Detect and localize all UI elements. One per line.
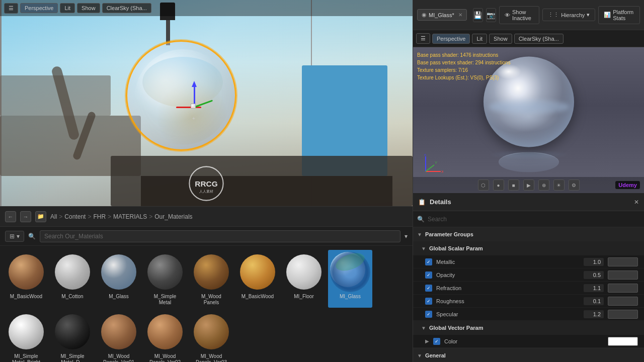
refraction-input[interactable] — [608, 284, 638, 293]
mat-perspective-btn[interactable]: Perspective — [432, 34, 470, 44]
breadcrumb-fhr[interactable]: FHR — [93, 213, 106, 220]
mat-preview-cotton — [55, 254, 90, 290]
metallic-checkbox[interactable]: ✓ — [425, 258, 432, 265]
general-header[interactable]: ▼ General — [413, 348, 644, 362]
breadcrumb-materials[interactable]: MATERIALS — [113, 213, 147, 220]
asset-mi-floor[interactable]: MI_Floor — [282, 250, 326, 308]
folder-button[interactable]: 📁 — [35, 211, 46, 222]
specular-checkbox[interactable]: ✓ — [425, 311, 432, 318]
menu-button[interactable]: ☰ — [4, 3, 18, 14]
perspective-button[interactable]: Perspective — [20, 3, 58, 13]
asset-thumb-glass — [99, 252, 139, 292]
color-picker[interactable] — [608, 337, 638, 346]
mat-lit-btn[interactable]: Lit — [472, 34, 487, 44]
color-checkbox[interactable]: ✓ — [433, 338, 440, 345]
global-scalar-title: Global Scalar Param — [429, 245, 483, 251]
asset-mi-simple-metal-d[interactable]: MI_SimpleMetal_D... — [50, 310, 95, 362]
asset-mi-wood-var3[interactable]: MI_WoodPanels_Var03 — [189, 310, 233, 362]
global-scalar-header[interactable]: ▼ Global Scalar Param — [413, 241, 644, 255]
content-browser: ← → 📁 All > Content > FHR > MATERIALS > … — [0, 206, 413, 362]
svg-text:X: X — [441, 169, 443, 174]
breadcrumb-content[interactable]: Content — [64, 213, 86, 220]
lit-button[interactable]: Lit — [60, 3, 75, 13]
roughness-input[interactable] — [608, 297, 638, 306]
forward-button[interactable]: → — [20, 211, 31, 222]
gizmo-y-arrow — [192, 81, 197, 87]
save-button[interactable]: 💾 — [473, 8, 483, 22]
hierarchy-label: Hierarchy — [561, 12, 585, 18]
asset-mi-simple-metal-bright[interactable]: MI_SimpleMetal_Bright — [4, 310, 48, 362]
asset-label-wood-var2: MI_WoodPanels_Var02 — [149, 353, 181, 362]
mat-preview-basicwood2 — [240, 254, 275, 290]
material-preview-viewport: Base pass shader: 1476 instructions Base… — [413, 47, 644, 193]
sky-button[interactable]: ClearSky (Sha... — [102, 3, 151, 13]
mat-menu-btn[interactable]: ☰ — [416, 33, 430, 44]
details-search-input[interactable] — [428, 216, 640, 223]
asset-label-metal-bright: MI_SimpleMetal_Bright — [12, 353, 40, 362]
roughness-checkbox[interactable]: ✓ — [425, 298, 432, 305]
breadcrumb-all[interactable]: All — [50, 213, 57, 220]
mat-show-btn[interactable]: Show — [489, 34, 512, 44]
show-button[interactable]: Show — [77, 3, 100, 13]
camera-button[interactable]: 📷 — [486, 8, 496, 22]
asset-m-basicwood2[interactable]: M_BasicWood — [235, 250, 280, 308]
svg-text:RRCG: RRCG — [195, 179, 217, 188]
browser-search-input[interactable] — [40, 230, 400, 242]
preview-btn-3[interactable]: ■ — [508, 179, 519, 191]
asset-m-glass[interactable]: M_Glass — [97, 250, 141, 308]
hierarchy-button[interactable]: ⋮⋮ Hierarchy ▾ — [542, 9, 595, 21]
preview-btn-6[interactable]: ☀ — [553, 179, 565, 191]
details-close-button[interactable]: ✕ — [634, 199, 639, 206]
preview-btn-7[interactable]: ⚙ — [569, 179, 580, 191]
refraction-checkbox[interactable]: ✓ — [425, 285, 432, 292]
asset-m-cotton[interactable]: M_Cotton — [50, 250, 95, 308]
platform-stats-button[interactable]: 📊 Platform Stats — [598, 6, 640, 24]
asset-mi-wood-var1[interactable]: MI_WoodPanels_Var01 — [97, 310, 141, 362]
opacity-value: 0.5 — [584, 271, 604, 279]
opacity-input[interactable] — [608, 270, 638, 280]
opacity-checkbox[interactable]: ✓ — [425, 272, 432, 279]
material-tab-label: MI_Glass* — [429, 12, 454, 18]
back-button[interactable]: ← — [5, 211, 16, 222]
left-panel: + ☰ Perspective Lit Show ClearSky (Sha..… — [0, 0, 413, 362]
viewport-3d[interactable]: + ☰ Perspective Lit Show ClearSky (Sha..… — [0, 0, 413, 206]
preview-btn-4[interactable]: ▶ — [523, 179, 534, 191]
asset-thumb-metal-d — [52, 312, 93, 352]
asset-label-wood-var1: MI_WoodPanels_Var01 — [103, 353, 134, 362]
preview-btn-5[interactable]: ⊕ — [538, 179, 549, 191]
parameter-groups-header[interactable]: ▼ Parameter Groups — [413, 227, 644, 241]
asset-m-wood-panels[interactable]: M_WoodPanels — [189, 250, 233, 308]
mat-preview-metal-d — [55, 314, 90, 349]
asset-m-simple-metal[interactable]: M_SimpleMetal — [143, 250, 187, 308]
asset-label-cotton: M_Cotton — [61, 294, 83, 300]
mat-sky-btn[interactable]: ClearSky (Sha... — [514, 34, 564, 44]
preview-btn-2[interactable]: ● — [493, 179, 504, 191]
gizmo-z-axis — [193, 100, 213, 108]
gizmo-center — [191, 104, 196, 109]
asset-thumb-mi-glass — [330, 252, 370, 292]
material-tab[interactable]: ◉ MI_Glass* ✕ — [417, 9, 467, 21]
global-vector-arrow: ▼ — [421, 325, 426, 331]
preview-btn-1[interactable]: ⬡ — [478, 179, 489, 191]
refraction-value: 1.1 — [584, 284, 604, 292]
right-panel: ◉ MI_Glass* ✕ 💾 📷 👁 Show Inactive ⋮⋮ Hie… — [413, 0, 644, 362]
gizmo-x-axis — [176, 107, 201, 108]
asset-mi-wood-var2[interactable]: MI_WoodPanels_Var02 — [143, 310, 187, 362]
breadcrumb-our-materials[interactable]: Our_Materials — [154, 213, 192, 220]
specular-input[interactable] — [608, 310, 638, 319]
specular-label: Specular — [436, 311, 580, 317]
mat-preview-floor — [286, 254, 321, 290]
filter-button[interactable]: ⊞ ▾ — [5, 231, 24, 242]
metallic-input[interactable] — [608, 257, 638, 266]
global-vector-title: Global Vector Param — [429, 325, 484, 331]
asset-thumb-basicwood2 — [237, 252, 278, 292]
transform-gizmo[interactable]: + — [176, 83, 216, 123]
asset-m-basicwood[interactable]: M_BasicWood — [4, 250, 48, 308]
search-icon: 🔍 — [28, 233, 36, 240]
refraction-label: Refraction — [436, 285, 580, 291]
show-inactive-button[interactable]: 👁 Show Inactive — [499, 6, 539, 24]
tab-close-button[interactable]: ✕ — [458, 12, 462, 18]
global-vector-header[interactable]: ▼ Global Vector Param — [413, 321, 644, 335]
asset-grid: M_BasicWood M_Cotton M_Glass M_SimpleMet… — [0, 246, 413, 362]
asset-mi-glass[interactable]: MI_Glass — [328, 250, 372, 308]
